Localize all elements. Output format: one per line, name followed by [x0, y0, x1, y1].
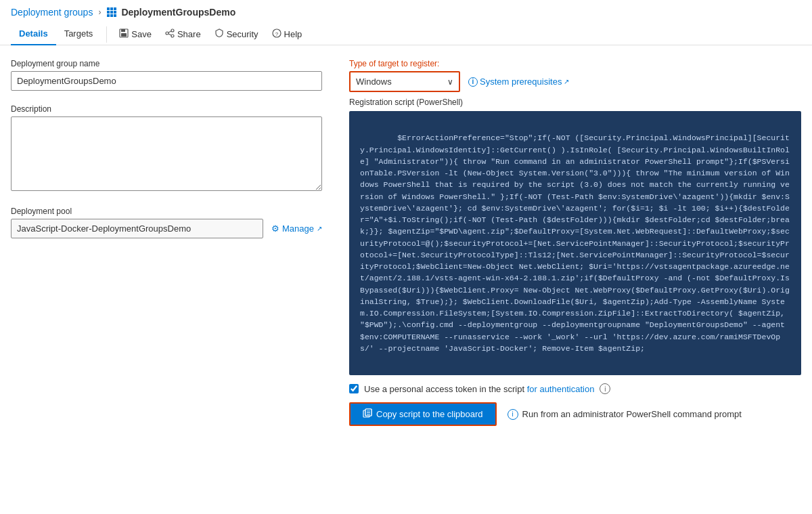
checkbox-row: Use a personal access token in the scrip…	[349, 383, 801, 394]
system-prereqs-link[interactable]: i System prerequisites ↗	[468, 77, 569, 87]
share-action[interactable]: Share	[158, 24, 208, 44]
svg-rect-6	[107, 14, 110, 17]
svg-point-13	[166, 32, 168, 35]
svg-rect-2	[114, 7, 116, 10]
svg-rect-4	[110, 11, 113, 14]
target-type-section: Type of target to register: Windows Linu…	[349, 59, 801, 426]
svg-point-14	[171, 35, 174, 37]
system-prereqs-info-icon: i	[468, 77, 478, 87]
help-label: Help	[284, 29, 302, 39]
svg-rect-3	[107, 11, 110, 14]
checkbox-label: Use a personal access token in the scrip…	[364, 384, 594, 394]
svg-rect-11	[121, 33, 127, 37]
breadcrumb: Deployment groups ›	[11, 7, 801, 18]
target-type-select[interactable]: Windows Linux	[351, 72, 459, 91]
script-box: $ErrorActionPreference="Stop";If(-NOT ([…	[349, 111, 801, 375]
save-label: Save	[131, 29, 152, 39]
run-info-label: Run from an administrator PowerShell com…	[522, 409, 742, 419]
breadcrumb-parent[interactable]: Deployment groups	[11, 7, 93, 18]
external-link-icon: ↗	[317, 225, 322, 232]
group-name-label: Deployment group name	[11, 59, 322, 68]
tab-targets[interactable]: Targets	[56, 23, 102, 45]
left-panel: Deployment group name Description Deploy…	[11, 59, 322, 426]
pat-checkbox[interactable]	[349, 384, 359, 393]
description-textarea[interactable]	[11, 116, 322, 191]
pool-label: Deployment pool	[11, 207, 322, 216]
pool-section: Deployment pool JavaScript-Docker-Deploy…	[11, 207, 322, 238]
security-action[interactable]: Security	[208, 24, 265, 44]
registration-script-label: Registration script (PowerShell)	[349, 98, 801, 107]
save-action[interactable]: Save	[112, 24, 158, 44]
pat-info-icon[interactable]: i	[600, 383, 610, 394]
target-type-row: Windows Linux ∨ i System prerequisites ↗	[349, 71, 801, 92]
group-name-input[interactable]	[11, 71, 322, 91]
save-icon	[119, 28, 129, 40]
shield-icon	[215, 28, 224, 40]
nav-divider	[106, 26, 107, 43]
security-label: Security	[227, 29, 258, 39]
manage-link[interactable]: ⚙ Manage ↗	[271, 223, 322, 234]
target-type-label: Type of target to register:	[349, 59, 801, 68]
svg-point-12	[171, 29, 174, 32]
top-bar: Deployment groups ›	[0, 0, 812, 45]
help-icon: ?	[272, 28, 281, 40]
gear-icon: ⚙	[271, 223, 279, 234]
copy-script-button[interactable]: Copy script to the clipboard	[349, 402, 497, 426]
help-action[interactable]: ? Help	[265, 24, 309, 44]
nav-tabs: Details Targets Save	[11, 23, 801, 45]
svg-rect-10	[121, 29, 125, 32]
run-info: i Run from an administrator PowerShell c…	[508, 409, 742, 420]
deployment-group-icon	[106, 7, 117, 18]
copy-script-label: Copy script to the clipboard	[376, 409, 483, 419]
share-label: Share	[177, 29, 201, 39]
description-label: Description	[11, 104, 322, 114]
svg-text:?: ?	[275, 31, 278, 37]
svg-rect-1	[110, 7, 113, 10]
breadcrumb-separator: ›	[98, 7, 101, 17]
breadcrumb-current: DeploymentGroupsDemo	[106, 7, 235, 18]
svg-rect-5	[114, 11, 116, 14]
manage-label: Manage	[282, 223, 314, 234]
breadcrumb-current-text: DeploymentGroupsDemo	[121, 7, 235, 18]
action-row: Copy script to the clipboard i Run from …	[349, 402, 801, 426]
main-content: Deployment group name Description Deploy…	[0, 45, 812, 440]
clipboard-icon	[363, 408, 372, 420]
system-prereqs-label: System prerequisites	[480, 77, 562, 87]
svg-rect-7	[110, 14, 113, 17]
script-content: $ErrorActionPreference="Stop";If(-NOT ([…	[360, 133, 790, 353]
system-prereqs-external-icon: ↗	[564, 78, 569, 85]
tab-details[interactable]: Details	[11, 23, 56, 45]
share-icon	[165, 28, 175, 40]
svg-line-16	[168, 34, 171, 35]
pool-value: JavaScript-Docker-DeploymentGroupsDemo	[11, 219, 263, 238]
description-section: Description	[11, 104, 322, 193]
right-panel: Type of target to register: Windows Linu…	[349, 59, 801, 426]
run-info-icon: i	[508, 409, 518, 420]
svg-rect-8	[114, 14, 116, 17]
target-type-select-wrapper: Windows Linux ∨	[349, 71, 460, 92]
svg-rect-0	[107, 7, 110, 10]
pool-row: JavaScript-Docker-DeploymentGroupsDemo ⚙…	[11, 219, 322, 238]
group-name-section: Deployment group name	[11, 59, 322, 91]
svg-line-15	[168, 31, 171, 33]
